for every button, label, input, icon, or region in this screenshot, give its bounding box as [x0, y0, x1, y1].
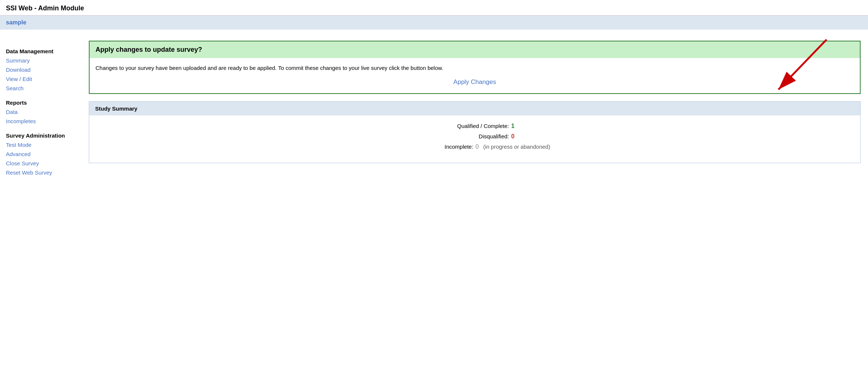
- apply-changes-title: Apply changes to update survey?: [95, 46, 202, 53]
- disqualified-label: Disqualified:: [435, 133, 509, 139]
- study-summary-header: Study Summary: [89, 102, 860, 115]
- sidebar-advanced[interactable]: Advanced: [6, 150, 79, 158]
- sidebar: Data Management Summary Download View / …: [0, 41, 85, 178]
- apply-changes-description: Changes to your survey have been uploade…: [95, 64, 854, 72]
- study-summary-body: Qualified / Complete: 1 Disqualified: 0 …: [89, 115, 860, 163]
- apply-changes-body: Changes to your survey have been uploade…: [90, 58, 860, 93]
- disqualified-value: 0: [511, 133, 515, 140]
- survey-administration-title: Survey Administration: [6, 132, 79, 139]
- incomplete-value: 0: [476, 144, 479, 150]
- sidebar-search[interactable]: Search: [6, 84, 79, 92]
- reports-title: Reports: [6, 99, 79, 106]
- qualified-label: Qualified / Complete:: [435, 123, 509, 129]
- sidebar-download[interactable]: Download: [6, 66, 79, 74]
- survey-name: sample: [6, 19, 26, 26]
- data-management-section: Data Management Summary Download View / …: [6, 48, 79, 92]
- apply-changes-box: Apply changes to update survey?: [89, 41, 861, 94]
- sidebar-close-survey[interactable]: Close Survey: [6, 159, 79, 167]
- incomplete-note: (in progress or abandoned): [483, 144, 550, 150]
- qualified-value: 1: [511, 123, 515, 129]
- disqualified-row: Disqualified: 0: [95, 133, 854, 140]
- page-title: SSI Web - Admin Module: [0, 0, 868, 16]
- sidebar-test-mode[interactable]: Test Mode: [6, 141, 79, 149]
- sidebar-incompletes[interactable]: Incompletes: [6, 117, 79, 125]
- qualified-row: Qualified / Complete: 1: [95, 123, 854, 129]
- reports-section: Reports Data Incompletes: [6, 99, 79, 125]
- main-content: Apply changes to update survey?: [85, 41, 868, 178]
- apply-changes-button[interactable]: Apply Changes: [95, 78, 854, 86]
- incomplete-row: Incomplete: 0 (in progress or abandoned): [95, 144, 854, 150]
- sidebar-reset-web-survey[interactable]: Reset Web Survey: [6, 169, 79, 176]
- incomplete-label: Incomplete:: [399, 144, 473, 150]
- data-management-title: Data Management: [6, 48, 79, 54]
- sidebar-view-edit[interactable]: View / Edit: [6, 75, 79, 83]
- survey-administration-section: Survey Administration Test Mode Advanced…: [6, 132, 79, 176]
- sidebar-data[interactable]: Data: [6, 108, 79, 116]
- survey-bar: sample: [0, 16, 868, 30]
- study-summary-box: Study Summary Qualified / Complete: 1 Di…: [89, 101, 861, 163]
- apply-changes-header: Apply changes to update survey?: [90, 41, 860, 58]
- sidebar-summary[interactable]: Summary: [6, 57, 79, 64]
